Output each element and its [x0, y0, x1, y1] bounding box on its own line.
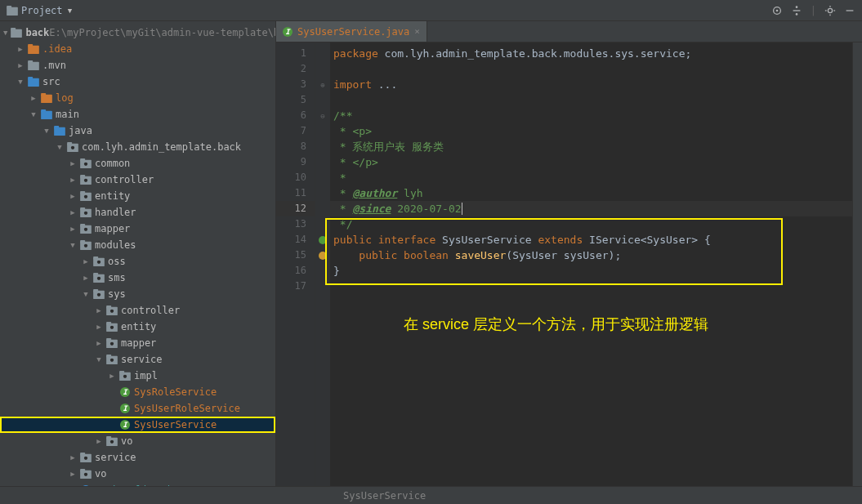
tree-node-sms[interactable]: sms — [0, 270, 275, 286]
tree-arrow-icon[interactable] — [69, 453, 77, 462]
tree-node-controller[interactable]: controller — [0, 302, 275, 319]
gear-icon[interactable] — [824, 5, 836, 16]
line-number[interactable]: 15 — [276, 248, 315, 263]
code-line[interactable]: * </p> — [330, 154, 852, 170]
tree-node-oss[interactable]: oss — [0, 253, 275, 270]
code-line[interactable]: */ — [330, 216, 852, 232]
project-label[interactable]: Project — [7, 5, 74, 16]
tree-node-sysuserservice[interactable]: ISysUserService — [0, 417, 275, 433]
tree-arrow-icon[interactable] — [3, 29, 7, 37]
tree-node-impl[interactable]: impl — [0, 368, 275, 384]
line-number[interactable]: 5 — [276, 92, 315, 108]
code-line[interactable]: * @author lyh — [330, 185, 852, 201]
tree-arrow-icon[interactable] — [29, 94, 38, 102]
tree-node-com-lyh-admin-template-back[interactable]: com.lyh.admin_template.back — [0, 139, 275, 155]
tree-node-common[interactable]: common — [0, 155, 275, 172]
code-line[interactable]: } — [330, 263, 852, 279]
line-gutter[interactable]: 123567891011121314151617 — [276, 42, 315, 486]
tree-node-sys[interactable]: sys — [0, 286, 275, 302]
tree-arrow-icon[interactable] — [56, 143, 64, 151]
line-number[interactable]: 3 — [276, 77, 315, 92]
tree-node-entity[interactable]: entity — [0, 188, 275, 204]
tree-arrow-icon[interactable] — [16, 78, 25, 86]
line-number[interactable]: 10 — [276, 170, 315, 185]
tree-arrow-icon[interactable] — [16, 45, 25, 53]
implement-marker-icon[interactable] — [319, 252, 327, 260]
project-tree[interactable]: back E:\myProject\myGit\admin-vue-templa… — [0, 21, 275, 486]
code-line[interactable] — [330, 279, 852, 294]
tree-arrow-icon[interactable] — [95, 339, 103, 347]
code-line[interactable]: * 系统用户表 服务类 — [330, 139, 852, 154]
tree-node-service[interactable]: service — [0, 449, 275, 466]
tree-node-modules[interactable]: modules — [0, 237, 275, 253]
tree-node-src[interactable]: src — [0, 74, 275, 90]
tree-node-sysroleservice[interactable]: ISysRoleService — [0, 384, 275, 400]
line-number[interactable]: 14 — [276, 232, 315, 248]
line-number[interactable]: 17 — [276, 279, 315, 294]
override-marker-icon[interactable] — [319, 236, 327, 244]
tree-node-log[interactable]: log — [0, 90, 275, 106]
tree-node-backapplication[interactable]: CBackApplication — [0, 482, 275, 486]
line-number[interactable]: 6 — [276, 108, 315, 123]
tree-arrow-icon[interactable] — [42, 127, 51, 135]
tree-arrow-icon[interactable] — [69, 241, 77, 249]
code-line[interactable]: import ... — [330, 77, 852, 92]
code-line[interactable]: * <p> — [330, 123, 852, 139]
fold-icon[interactable]: ⊕ — [320, 81, 324, 89]
tree-arrow-icon[interactable] — [69, 470, 77, 478]
tree-node-mapper[interactable]: mapper — [0, 335, 275, 351]
tree-node-mapper[interactable]: mapper — [0, 221, 275, 237]
line-number[interactable]: 11 — [276, 185, 315, 201]
close-icon[interactable]: × — [414, 26, 420, 37]
tree-arrow-icon[interactable] — [16, 61, 25, 69]
tree-arrow-icon[interactable] — [29, 110, 38, 118]
line-number[interactable]: 12 — [276, 201, 315, 216]
tree-node-service[interactable]: service — [0, 351, 275, 368]
line-number[interactable]: 16 — [276, 263, 315, 279]
line-number[interactable]: 9 — [276, 154, 315, 170]
tree-node-java[interactable]: java — [0, 123, 275, 139]
code-line[interactable] — [330, 92, 852, 108]
tree-arrow-icon[interactable] — [69, 159, 77, 167]
divide-icon[interactable] — [791, 5, 802, 16]
tree-arrow-icon[interactable] — [82, 274, 90, 282]
tree-arrow-icon[interactable] — [69, 176, 77, 184]
tree-arrow-icon[interactable] — [82, 257, 90, 265]
code-line[interactable]: package com.lyh.admin_template.back.modu… — [330, 46, 852, 61]
line-number[interactable]: 13 — [276, 216, 315, 232]
fold-icon[interactable]: ⊖ — [320, 112, 324, 120]
line-number[interactable]: 8 — [276, 139, 315, 154]
status-breadcrumb[interactable]: SysUserService — [343, 490, 426, 502]
tree-arrow-icon[interactable] — [69, 192, 77, 200]
tree-node-vo[interactable]: vo — [0, 466, 275, 482]
tree-arrow-icon[interactable] — [69, 208, 77, 216]
tree-node-sysuserroleservice[interactable]: ISysUserRoleService — [0, 400, 275, 417]
line-number[interactable]: 1 — [276, 46, 315, 61]
target-icon[interactable] — [771, 5, 783, 16]
tree-node-entity[interactable]: entity — [0, 319, 275, 335]
line-number[interactable]: 2 — [276, 61, 315, 77]
code-line[interactable]: /** — [330, 108, 852, 123]
code-line[interactable]: public boolean saveUser(SysUser sysUser)… — [330, 248, 852, 263]
tree-arrow-icon[interactable] — [95, 306, 103, 314]
tree-node-main[interactable]: main — [0, 106, 275, 123]
minimize-icon[interactable] — [844, 5, 855, 16]
line-number[interactable]: 7 — [276, 123, 315, 139]
tree-arrow-icon[interactable] — [108, 372, 116, 380]
tab-sysuserservice[interactable]: I SysUserService.java × — [276, 21, 427, 42]
code-editor[interactable]: package com.lyh.admin_template.back.modu… — [330, 42, 852, 486]
code-line[interactable] — [330, 61, 852, 77]
tree-node--mvn[interactable]: .mvn — [0, 57, 275, 74]
tree-node-handler[interactable]: handler — [0, 204, 275, 221]
tree-arrow-icon[interactable] — [95, 437, 103, 445]
tree-arrow-icon[interactable] — [95, 355, 103, 364]
tree-node-back[interactable]: back E:\myProject\myGit\admin-vue-templa… — [0, 25, 275, 41]
code-line[interactable]: public interface SysUserService extends … — [330, 232, 852, 248]
code-line[interactable]: * @since 2020-07-02 — [330, 201, 852, 216]
tree-node--idea[interactable]: .idea — [0, 41, 275, 57]
tree-arrow-icon[interactable] — [82, 290, 90, 298]
tree-node-vo[interactable]: vo — [0, 433, 275, 449]
tree-node-controller[interactable]: controller — [0, 172, 275, 188]
tree-arrow-icon[interactable] — [69, 225, 77, 233]
tree-arrow-icon[interactable] — [95, 323, 103, 331]
